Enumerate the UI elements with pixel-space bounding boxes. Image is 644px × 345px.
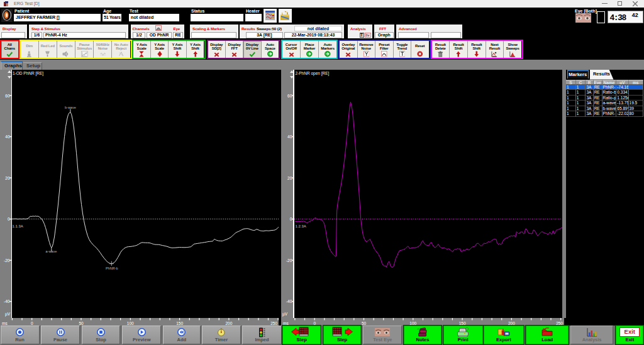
svg-text:150: 150	[459, 320, 466, 325]
svg-text:150: 150	[176, 320, 183, 325]
svg-text:0: 0	[31, 320, 33, 325]
svg-text:100: 100	[127, 320, 134, 325]
svg-text:250: 250	[556, 320, 563, 325]
svg-text:1.2.3A: 1.2.3A	[296, 224, 306, 228]
svg-text:200: 200	[508, 320, 515, 325]
svg-text:50: 50	[362, 320, 367, 325]
svg-text:1.1.3A: 1.1.3A	[12, 224, 23, 228]
svg-text:PhNR-b: PhNR-b	[106, 266, 118, 270]
svg-text:50: 50	[79, 320, 84, 325]
svg-text:0: 0	[313, 320, 316, 325]
svg-text:ms: ms	[2, 320, 8, 325]
svg-text:2-PhNR open [RE]: 2-PhNR open [RE]	[296, 71, 330, 76]
svg-text:200: 200	[225, 320, 232, 325]
svg-text:100: 100	[409, 320, 416, 325]
svg-text:a-wave: a-wave	[45, 249, 57, 253]
svg-text:b-wave: b-wave	[65, 106, 76, 109]
svg-text:250: 250	[270, 320, 277, 325]
svg-text:1-OD PhNR [RE]: 1-OD PhNR [RE]	[13, 71, 43, 76]
svg-text:ms: ms	[283, 320, 289, 325]
